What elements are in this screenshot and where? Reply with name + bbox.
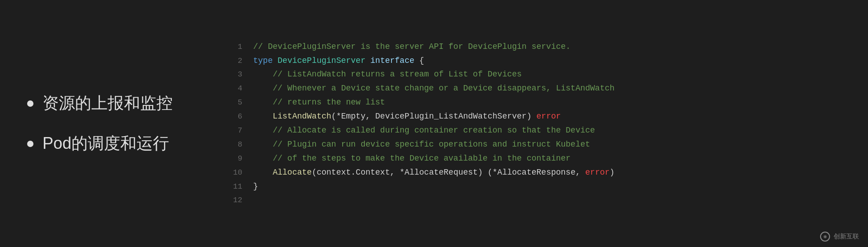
code-line-6: 6 ListAndWatch(*Empty, DevicePlugin_List… — [226, 109, 850, 124]
bullet-text-2: Pod的调度和运行 — [42, 133, 169, 155]
code-content-7: // Allocate is called during container c… — [253, 124, 595, 138]
bullet-dot-2 — [27, 141, 33, 147]
line-num-2: 2 — [226, 55, 242, 68]
code-content-9: // of the steps to make the Device avail… — [253, 152, 571, 166]
line-num-10: 10 — [226, 166, 242, 180]
code-content-12 — [253, 193, 258, 207]
line-num-9: 9 — [226, 152, 242, 166]
line-num-3: 3 — [226, 68, 242, 81]
code-line-10: 10 Allocate(context.Context, *AllocateRe… — [226, 166, 850, 180]
code-content-3: // ListAndWatch returns a stream of List… — [253, 67, 522, 81]
code-block: 1 // DevicePluginServer is the server AP… — [226, 40, 850, 208]
line-num-4: 4 — [226, 82, 242, 95]
line-num-1: 1 — [226, 41, 242, 54]
code-line-12: 12 — [226, 193, 850, 207]
watermark-icon: ❋ — [820, 232, 830, 242]
code-content-4: // Whenever a Device state change or a D… — [253, 81, 614, 95]
line-num-11: 11 — [226, 180, 242, 194]
code-content-2: type DevicePluginServer interface { — [253, 54, 424, 68]
code-line-4: 4 // Whenever a Device state change or a… — [226, 81, 850, 95]
code-line-8: 8 // Plugin can run device specific oper… — [226, 138, 850, 152]
line-num-6: 6 — [226, 110, 242, 124]
code-line-5: 5 // returns the new list — [226, 95, 850, 109]
left-panel: 资源的上报和监控 Pod的调度和运行 — [0, 0, 217, 247]
line-num-5: 5 — [226, 96, 242, 109]
bullet-item-2: Pod的调度和运行 — [27, 133, 190, 155]
line-num-12: 12 — [226, 194, 242, 207]
code-line-1: 1 // DevicePluginServer is the server AP… — [226, 40, 850, 54]
right-panel: 1 // DevicePluginServer is the server AP… — [217, 0, 868, 247]
watermark-text: 创新互联 — [834, 233, 859, 241]
line-num-8: 8 — [226, 138, 242, 152]
code-content-5: // returns the new list — [253, 95, 385, 109]
code-line-9: 9 // of the steps to make the Device ava… — [226, 152, 850, 166]
code-content-1: // DevicePluginServer is the server API … — [253, 40, 571, 54]
code-content-8: // Plugin can run device specific operat… — [253, 138, 590, 152]
code-line-7: 7 // Allocate is called during container… — [226, 124, 850, 138]
bullet-text-1: 资源的上报和监控 — [42, 92, 173, 114]
line-num-7: 7 — [226, 124, 242, 138]
bullet-dot-1 — [27, 100, 33, 107]
code-line-3: 3 // ListAndWatch returns a stream of Li… — [226, 67, 850, 81]
bullet-item-1: 资源的上报和监控 — [27, 92, 190, 114]
code-line-11: 11 } — [226, 180, 850, 194]
code-line-2: 2 type DevicePluginServer interface { — [226, 54, 850, 68]
code-content-11: } — [253, 180, 258, 194]
watermark: ❋ 创新互联 — [820, 232, 859, 242]
code-content-6: ListAndWatch(*Empty, DevicePlugin_ListAn… — [253, 109, 561, 124]
code-content-10: Allocate(context.Context, *AllocateReque… — [253, 166, 614, 180]
